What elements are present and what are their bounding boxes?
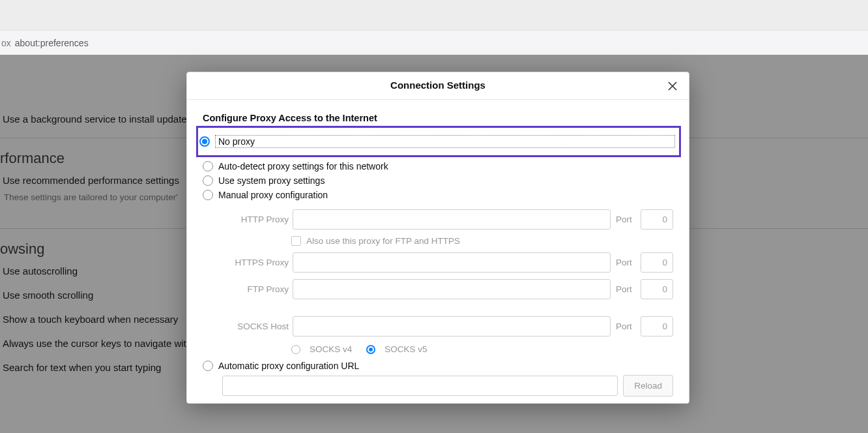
http-port-label: Port [615, 215, 637, 224]
radio-icon [203, 361, 213, 371]
no-proxy-label: No proxy [215, 135, 675, 148]
https-port-label: Port [615, 258, 637, 267]
radio-socks-v5[interactable]: SOCKS v5 [366, 344, 427, 354]
ftp-proxy-input[interactable] [293, 279, 611, 299]
http-proxy-input[interactable] [293, 209, 611, 230]
ftp-port-label: Port [615, 284, 637, 294]
https-proxy-input[interactable] [293, 252, 611, 273]
manual-proxy-label: Manual proxy configuration [218, 190, 328, 200]
url-address: about:preferences [15, 38, 89, 48]
radio-manual-proxy[interactable]: Manual proxy configuration [203, 190, 673, 200]
url-prefix: ox [0, 38, 15, 48]
pac-url-input[interactable] [222, 376, 618, 396]
system-proxy-label: Use system proxy settings [218, 175, 325, 186]
radio-no-proxy[interactable]: No proxy [199, 135, 675, 148]
radio-icon [199, 136, 210, 147]
radio-icon [291, 345, 300, 354]
pac-input-row: Reload [203, 375, 673, 396]
also-use-ftp-https[interactable]: Also use this proxy for FTP and HTTPS [222, 236, 673, 246]
ftp-proxy-label: FTP Proxy [222, 284, 289, 294]
radio-icon [366, 345, 375, 354]
https-proxy-label: HTTPS Proxy [222, 258, 289, 267]
socks-port-label: Port [615, 321, 637, 331]
checkbox-icon [291, 236, 301, 246]
pac-url-label: Automatic proxy configuration URL [218, 361, 359, 371]
https-port-input[interactable] [641, 252, 673, 273]
ftp-port-input[interactable] [641, 279, 673, 299]
dialog-title: Connection Settings [390, 80, 485, 91]
reload-button[interactable]: Reload [623, 375, 673, 396]
url-bar: ox about:preferences [0, 31, 868, 55]
socks-v4-label: SOCKS v4 [310, 344, 352, 354]
highlight-box: No proxy [196, 126, 681, 157]
dialog-header: Connection Settings [187, 72, 689, 100]
proxy-grid: HTTP Proxy Port Also use this proxy for … [203, 209, 673, 336]
browser-top-bar [0, 0, 868, 31]
http-proxy-label: HTTP Proxy [222, 215, 289, 224]
radio-icon [203, 175, 213, 186]
dialog-body: Configure Proxy Access to the Internet N… [187, 100, 689, 399]
socks-v5-label: SOCKS v5 [384, 344, 427, 354]
also-use-label: Also use this proxy for FTP and HTTPS [306, 236, 460, 246]
socks-version-row: SOCKS v4 SOCKS v5 [203, 344, 673, 354]
radio-system-proxy[interactable]: Use system proxy settings [203, 175, 673, 186]
socks-port-input[interactable] [641, 316, 673, 336]
http-port-input[interactable] [641, 209, 673, 230]
connection-settings-dialog: Connection Settings Configure Proxy Acce… [186, 72, 689, 404]
socks-host-input[interactable] [293, 316, 611, 336]
close-icon[interactable] [665, 79, 680, 93]
radio-auto-detect[interactable]: Auto-detect proxy settings for this netw… [203, 161, 673, 172]
radio-socks-v4[interactable]: SOCKS v4 [291, 344, 352, 354]
auto-detect-label: Auto-detect proxy settings for this netw… [218, 161, 388, 172]
proxy-section-title: Configure Proxy Access to the Internet [203, 113, 673, 123]
radio-pac-url[interactable]: Automatic proxy configuration URL [203, 361, 673, 371]
radio-icon [203, 161, 213, 172]
radio-icon [203, 190, 213, 200]
socks-host-label: SOCKS Host [222, 321, 289, 331]
